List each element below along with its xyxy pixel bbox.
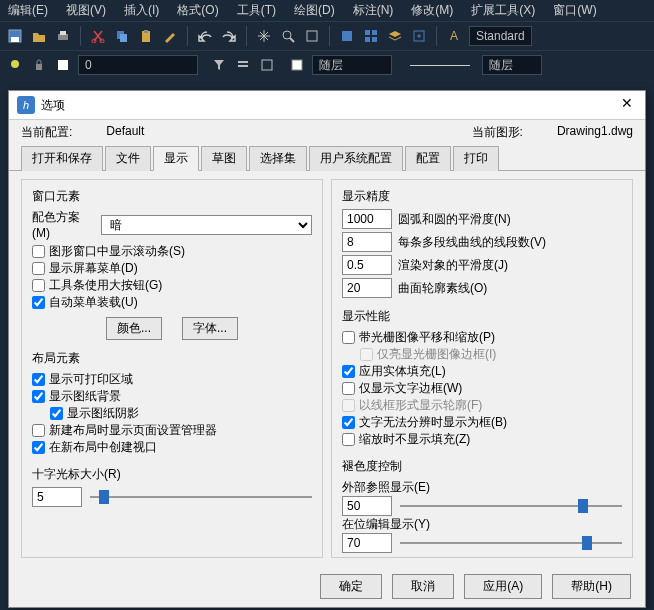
- menu-edit[interactable]: 编辑(E): [8, 2, 48, 19]
- tab-profiles[interactable]: 配置: [405, 146, 451, 171]
- profile-label: 当前配置:: [21, 124, 72, 141]
- tab-files[interactable]: 文件: [105, 146, 151, 171]
- svg-rect-1: [11, 37, 19, 42]
- fonts-button[interactable]: 字体...: [182, 317, 238, 340]
- auto-menu-check[interactable]: 自动菜单装载(U): [32, 294, 312, 311]
- apply-button[interactable]: 应用(A): [464, 574, 542, 599]
- cancel-button[interactable]: 取消: [392, 574, 454, 599]
- layer-bulb-icon[interactable]: [6, 56, 24, 74]
- inplace-fade-slider[interactable]: [400, 534, 622, 552]
- big-buttons-check[interactable]: 工具条使用大按钮(G): [32, 277, 312, 294]
- layers-icon[interactable]: [386, 27, 404, 45]
- xref-fade-input[interactable]: [342, 496, 392, 516]
- crosshair-slider[interactable]: [90, 488, 312, 506]
- svg-rect-23: [262, 60, 272, 70]
- paste-icon[interactable]: [137, 27, 155, 45]
- tab-open-save[interactable]: 打开和保存: [21, 146, 103, 171]
- layer-lock-icon[interactable]: [30, 56, 48, 74]
- tab-display[interactable]: 显示: [153, 146, 199, 171]
- profile-value: Default: [106, 124, 467, 141]
- text-frame-check[interactable]: 仅显示文字边框(W): [342, 380, 622, 397]
- linetype-preview: [410, 65, 470, 66]
- match-icon[interactable]: [161, 27, 179, 45]
- menu-view[interactable]: 视图(V): [66, 2, 106, 19]
- close-icon[interactable]: ✕: [617, 95, 637, 115]
- text-style-icon[interactable]: A: [445, 27, 463, 45]
- cut-icon[interactable]: [89, 27, 107, 45]
- open-icon[interactable]: [30, 27, 48, 45]
- options-dialog: h 选项 ✕ 当前配置: Default 当前图形: Drawing1.dwg …: [8, 90, 646, 608]
- linetype-bylayer-select[interactable]: 随层: [482, 55, 542, 75]
- layer-name-field[interactable]: 0: [78, 55, 198, 75]
- menubar: 编辑(E) 视图(V) 插入(I) 格式(O) 工具(T) 绘图(D) 标注(N…: [0, 0, 654, 21]
- tab-user-prefs[interactable]: 用户系统配置: [309, 146, 403, 171]
- tab-drafting[interactable]: 草图: [201, 146, 247, 171]
- save-icon[interactable]: [6, 27, 24, 45]
- crosshair-value-input[interactable]: [32, 487, 82, 507]
- svg-rect-12: [342, 31, 352, 41]
- arc-smoothness-input[interactable]: [342, 209, 392, 229]
- xref-fade-label: 外部参照显示(E): [342, 479, 622, 496]
- color-bylayer-select[interactable]: 随层: [312, 55, 392, 75]
- polyline-segments-input[interactable]: [342, 232, 392, 252]
- text-style-select[interactable]: Standard: [469, 26, 532, 46]
- dialog-content: 窗口元素 配色方案(M) 暗 图形窗口中显示滚动条(S) 显示屏幕菜单(D) 工…: [9, 171, 645, 566]
- svg-rect-9: [144, 30, 148, 33]
- left-column: 窗口元素 配色方案(M) 暗 图形窗口中显示滚动条(S) 显示屏幕菜单(D) 工…: [21, 179, 323, 558]
- layer-iso-icon[interactable]: [258, 56, 276, 74]
- printable-check[interactable]: 显示可打印区域: [32, 371, 312, 388]
- no-fill-zoom-check[interactable]: 缩放时不显示填充(Z): [342, 431, 622, 448]
- menu-express[interactable]: 扩展工具(X): [471, 2, 535, 19]
- help-button[interactable]: 帮助(H): [552, 574, 631, 599]
- dialog-titlebar: h 选项 ✕: [9, 91, 645, 120]
- menu-insert[interactable]: 插入(I): [124, 2, 159, 19]
- layer-filter-icon[interactable]: [210, 56, 228, 74]
- copy-icon[interactable]: [113, 27, 131, 45]
- solid-fill-check[interactable]: 应用实体填充(L): [342, 363, 622, 380]
- zoom-icon[interactable]: [279, 27, 297, 45]
- layer-states-icon[interactable]: [234, 56, 252, 74]
- undo-icon[interactable]: [196, 27, 214, 45]
- text-boundary-check[interactable]: 文字无法分辨时显示为框(B): [342, 414, 622, 431]
- scrollbars-check[interactable]: 图形窗口中显示滚动条(S): [32, 243, 312, 260]
- render-smoothness-input[interactable]: [342, 255, 392, 275]
- blocks-icon[interactable]: [362, 27, 380, 45]
- menu-tools[interactable]: 工具(T): [237, 2, 276, 19]
- surface-contour-label: 曲面轮廓素线(O): [398, 280, 487, 297]
- redo-icon[interactable]: [220, 27, 238, 45]
- color-swatch-icon[interactable]: [288, 56, 306, 74]
- menu-draw[interactable]: 绘图(D): [294, 2, 335, 19]
- tab-plot[interactable]: 打印: [453, 146, 499, 171]
- display-precision-label: 显示精度: [342, 188, 622, 205]
- tab-selection[interactable]: 选择集: [249, 146, 307, 171]
- svg-rect-21: [238, 61, 248, 63]
- inplace-fade-input[interactable]: [342, 533, 392, 553]
- pan-icon[interactable]: [255, 27, 273, 45]
- create-viewport-check[interactable]: 在新布局中创建视口: [32, 439, 312, 456]
- fade-control-label: 褪色度控制: [342, 458, 622, 475]
- menu-window[interactable]: 窗口(W): [553, 2, 596, 19]
- svg-rect-19: [36, 64, 42, 70]
- menu-dimension[interactable]: 标注(N): [353, 2, 394, 19]
- options-tabs: 打开和保存 文件 显示 草图 选择集 用户系统配置 配置 打印: [9, 141, 645, 171]
- color-scheme-select[interactable]: 暗: [101, 215, 312, 235]
- surface-contour-input[interactable]: [342, 278, 392, 298]
- layer-color-icon[interactable]: [54, 56, 72, 74]
- paper-shadow-check[interactable]: 显示图纸阴影: [50, 405, 312, 422]
- display-performance-label: 显示性能: [342, 308, 622, 325]
- properties-icon[interactable]: [338, 27, 356, 45]
- menu-modify[interactable]: 修改(M): [411, 2, 453, 19]
- zoom-window-icon[interactable]: [303, 27, 321, 45]
- print-icon[interactable]: [54, 27, 72, 45]
- ok-button[interactable]: 确定: [320, 574, 382, 599]
- raster-pan-check[interactable]: 带光栅图像平移和缩放(P): [342, 329, 622, 346]
- xref-fade-slider[interactable]: [400, 497, 622, 515]
- xref-icon[interactable]: [410, 27, 428, 45]
- menu-format[interactable]: 格式(O): [177, 2, 218, 19]
- svg-rect-20: [58, 60, 68, 70]
- raster-frame-check: 仅亮显光栅图像边框(I): [360, 346, 622, 363]
- paper-bg-check[interactable]: 显示图纸背景: [32, 388, 312, 405]
- colors-button[interactable]: 颜色...: [106, 317, 162, 340]
- page-setup-mgr-check[interactable]: 新建布局时显示页面设置管理器: [32, 422, 312, 439]
- screen-menu-check[interactable]: 显示屏幕菜单(D): [32, 260, 312, 277]
